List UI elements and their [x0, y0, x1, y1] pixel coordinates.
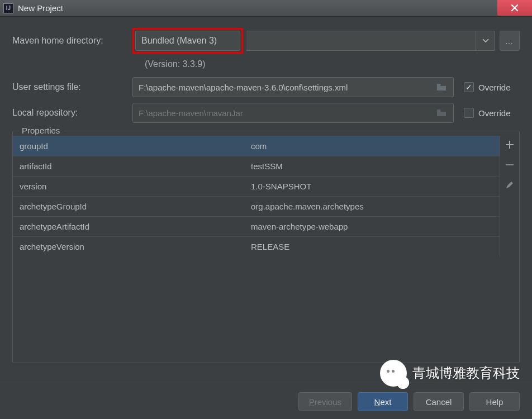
cancel-label: Cancel	[426, 397, 452, 407]
local-repo-override[interactable]: Override	[464, 108, 520, 118]
maven-home-label: Maven home directory:	[12, 36, 132, 46]
help-label: Help	[486, 397, 504, 407]
property-value: testSSM	[248, 161, 500, 171]
table-row[interactable]: archetypeGroupIdorg.apache.maven.archety…	[13, 196, 500, 216]
property-value: 1.0-SNAPSHOT	[248, 182, 500, 191]
local-repo-label: Local repository:	[12, 108, 132, 118]
user-settings-value: F:\apache-maven\apache-maven-3.6.0\conf\…	[139, 83, 435, 92]
local-repo-override-label: Override	[478, 108, 511, 118]
user-settings-input[interactable]: F:\apache-maven\apache-maven-3.6.0\conf\…	[132, 77, 454, 97]
maven-version-label: (Version: 3.3.9)	[145, 59, 520, 69]
next-button[interactable]: Next	[358, 392, 408, 411]
close-icon	[511, 4, 519, 12]
user-settings-override-checkbox[interactable]	[464, 82, 474, 92]
local-repo-input: F:\apache-maven\mavanJar	[132, 103, 454, 123]
previous-button[interactable]: Previous	[298, 392, 352, 411]
dialog-button-bar: Previous Next Cancel Help	[0, 383, 532, 411]
table-row[interactable]: archetypeArtifactIdmaven-archetype-webap…	[13, 216, 500, 236]
property-value: org.apache.maven.archetypes	[248, 202, 500, 211]
property-key: archetypeVersion	[13, 242, 248, 251]
pencil-icon	[505, 180, 514, 189]
wechat-icon	[380, 360, 407, 387]
property-key: artifactId	[13, 161, 248, 171]
user-settings-override-label: Override	[478, 83, 511, 92]
property-value: com	[248, 141, 500, 151]
maven-home-combo[interactable]: Bundled (Maven 3)	[135, 31, 240, 51]
folder-icon	[435, 109, 448, 117]
property-value: maven-archetype-webapp	[248, 222, 500, 231]
properties-legend: Properties	[18, 126, 63, 135]
property-key: groupId	[13, 141, 248, 151]
app-icon: IJ	[3, 3, 13, 13]
property-key: archetypeArtifactId	[13, 222, 248, 231]
table-row[interactable]: artifactIdtestSSM	[13, 156, 500, 176]
local-repo-value: F:\apache-maven\mavanJar	[139, 108, 435, 118]
watermark: 青城博雅教育科技	[380, 360, 520, 387]
user-settings-label: User settings file:	[12, 82, 132, 92]
add-property-button[interactable]	[503, 138, 516, 151]
property-value: RELEASE	[248, 242, 500, 251]
properties-table[interactable]: groupIdcomartifactIdtestSSMversion1.0-SN…	[13, 136, 500, 256]
user-settings-override[interactable]: Override	[464, 82, 520, 92]
maven-home-value: Bundled (Maven 3)	[141, 36, 217, 46]
watermark-text: 青城博雅教育科技	[412, 364, 520, 382]
help-button[interactable]: Help	[469, 392, 520, 411]
close-button[interactable]	[497, 0, 532, 16]
title-bar: IJ New Project	[0, 0, 532, 17]
window-title: New Project	[18, 3, 63, 13]
property-key: archetypeGroupId	[13, 202, 248, 211]
maven-home-highlight: Bundled (Maven 3)	[132, 28, 243, 54]
ellipsis-icon: …	[505, 36, 515, 46]
plus-icon	[505, 140, 514, 149]
table-row[interactable]: version1.0-SNAPSHOT	[13, 176, 500, 196]
property-key: version	[13, 182, 248, 191]
folder-icon[interactable]	[435, 83, 448, 91]
table-row[interactable]: groupIdcom	[13, 136, 500, 156]
minus-icon	[505, 160, 514, 169]
properties-fieldset: Properties groupIdcomartifactIdtestSSMve…	[12, 131, 520, 363]
remove-property-button[interactable]	[503, 158, 516, 172]
edit-property-button[interactable]	[503, 178, 516, 192]
cancel-button[interactable]: Cancel	[414, 392, 464, 411]
maven-home-combo-ext[interactable]	[246, 31, 495, 51]
local-repo-override-checkbox[interactable]	[464, 108, 474, 118]
chevron-down-icon[interactable]	[476, 31, 495, 50]
browse-maven-home-button[interactable]: …	[500, 31, 520, 51]
table-row[interactable]: archetypeVersionRELEASE	[13, 236, 500, 256]
